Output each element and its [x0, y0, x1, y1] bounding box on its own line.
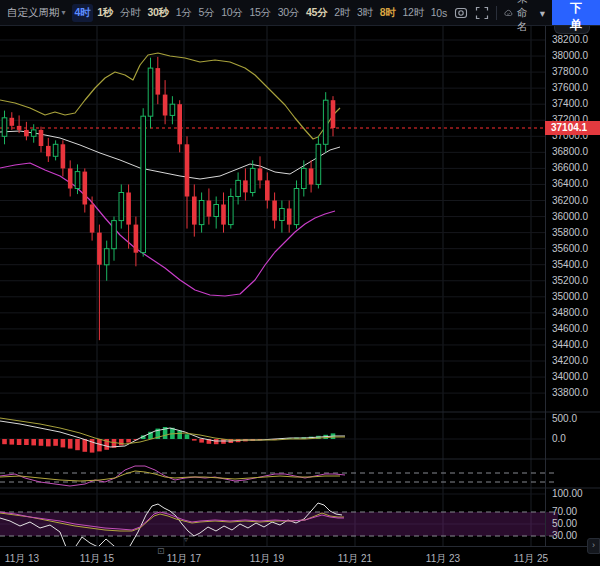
bar-countdown: 0s [436, 7, 447, 19]
candle-body [141, 116, 146, 252]
candle-body [112, 221, 117, 249]
trading-app: 自定义周期 ▾ 4时1秒分时30秒1分5分10分15分30分45分2时3时8时1… [0, 0, 600, 566]
candle-body [177, 104, 182, 144]
candle-body [221, 205, 226, 225]
candle-body [214, 205, 219, 217]
time-axis-label: 11月 23 [426, 552, 460, 566]
candle-body [294, 189, 299, 225]
indicator-axis-label: 100.00 [552, 488, 583, 499]
candle-body [83, 172, 88, 205]
candle-body [316, 144, 321, 184]
price-axis-label: 34400.0 [552, 339, 588, 350]
price-axis-label: 38000.0 [552, 50, 588, 61]
toolbar-right: 0s 未命名 ▾ 下单 [436, 0, 600, 34]
candle-body [53, 144, 58, 156]
candle-body [258, 168, 263, 180]
price-axis[interactable]: 38200.038000.037800.037600.037400.037200… [545, 25, 600, 546]
macd-bar [199, 439, 204, 443]
price-axis-label: 35400.0 [552, 259, 588, 270]
custom-period-dropdown[interactable]: 自定义周期 ▾ [0, 6, 72, 20]
candle-body [309, 168, 314, 184]
candle-body [24, 130, 29, 136]
timeframe-10分[interactable]: 10分 [218, 4, 245, 22]
candle-body [243, 180, 248, 192]
macd-bar [75, 439, 80, 450]
layout-name-label: 未命名 [517, 0, 536, 34]
candle-body [185, 144, 190, 196]
candle-body [331, 100, 336, 128]
timeframe-8时[interactable]: 8时 [377, 4, 399, 22]
expand-axis-button[interactable]: › [587, 538, 600, 554]
oscillator-line-1 [0, 466, 345, 486]
price-axis-label: 35000.0 [552, 291, 588, 302]
cloud-sync-icon [504, 7, 513, 19]
candle-body [163, 95, 168, 116]
fullscreen-icon[interactable] [475, 5, 489, 20]
macd-bar [119, 439, 124, 445]
candle-body [287, 209, 292, 225]
candle-body [61, 144, 66, 168]
indicator-axis-label: 70.00 [552, 506, 577, 517]
pane-restore-icon[interactable]: ⊡ [157, 546, 165, 556]
scroll-down-icon[interactable]: ▿ [184, 535, 188, 544]
layout-account-dropdown[interactable]: 未命名 ▾ [504, 0, 545, 34]
custom-period-label: 自定义周期 [7, 6, 60, 20]
price-axis-label: 34600.0 [552, 323, 588, 334]
kdj-band-fill [0, 512, 558, 536]
candle-body [31, 130, 36, 136]
price-axis-label: 36000.0 [552, 211, 588, 222]
price-axis-label: 38200.0 [552, 34, 588, 45]
price-axis-label: 37400.0 [552, 98, 588, 109]
candle-body [207, 201, 212, 217]
timeframe-30秒[interactable]: 30秒 [144, 4, 171, 22]
timeframe-1秒[interactable]: 1秒 [94, 4, 116, 22]
place-order-button[interactable]: 下单 [552, 0, 600, 25]
time-axis[interactable]: 11月 1311月 1511月 1711月 1911月 2111月 2311月 … [0, 546, 600, 566]
timeframe-12时[interactable]: 12时 [400, 4, 427, 22]
price-axis-label: 36600.0 [552, 162, 588, 173]
candlestick-chart[interactable] [0, 0, 600, 566]
timeframe-15分[interactable]: 15分 [246, 4, 273, 22]
macd-bar [185, 434, 190, 439]
price-axis-label: 36200.0 [552, 195, 588, 206]
candle-body [134, 225, 139, 253]
macd-bar [17, 439, 22, 445]
candle-body [272, 201, 277, 221]
candle-body [17, 126, 22, 130]
timeframe-45分[interactable]: 45分 [303, 4, 330, 22]
timeframe-30分[interactable]: 30分 [275, 4, 302, 22]
candle-body [280, 209, 285, 221]
timeframe-4时[interactable]: 4时 [72, 4, 94, 22]
timeframe-5分[interactable]: 5分 [195, 4, 217, 22]
timeframe-1日[interactable]: 1日 [428, 4, 436, 22]
macd-bar [126, 439, 131, 443]
timeframe-1分[interactable]: 1分 [173, 4, 195, 22]
candle-body [229, 197, 234, 225]
time-axis-label: 11月 13 [5, 552, 39, 566]
candle-body [302, 168, 307, 188]
macd-bar [61, 439, 66, 447]
camera-icon[interactable] [454, 5, 468, 20]
macd-bar [10, 439, 15, 445]
price-axis-label: 35800.0 [552, 227, 588, 238]
timeframe-3时[interactable]: 3时 [354, 4, 376, 22]
candle-body [148, 68, 153, 116]
candle-body [199, 201, 204, 225]
price-axis-label: 37800.0 [552, 66, 588, 77]
macd-bar [24, 439, 29, 445]
candle-body [97, 233, 102, 265]
time-axis-label: 11月 17 [167, 552, 201, 566]
candle-body [46, 146, 51, 156]
candle-body [126, 193, 131, 225]
bollinger-lower-line [0, 163, 335, 296]
candle-body [119, 193, 124, 221]
macd-bar [31, 439, 36, 445]
timeframe-list: 4时1秒分时30秒1分5分10分15分30分45分2时3时8时12时1日2日3日 [72, 4, 437, 22]
candle-body [10, 118, 15, 126]
timeframe-分时[interactable]: 分时 [117, 4, 143, 22]
current-price-badge: 37104.1 [545, 121, 600, 135]
timeframe-2时[interactable]: 2时 [331, 4, 353, 22]
macd-bar [83, 439, 88, 452]
macd-bar [97, 439, 102, 451]
indicator-axis-label: 500.0 [552, 413, 577, 424]
